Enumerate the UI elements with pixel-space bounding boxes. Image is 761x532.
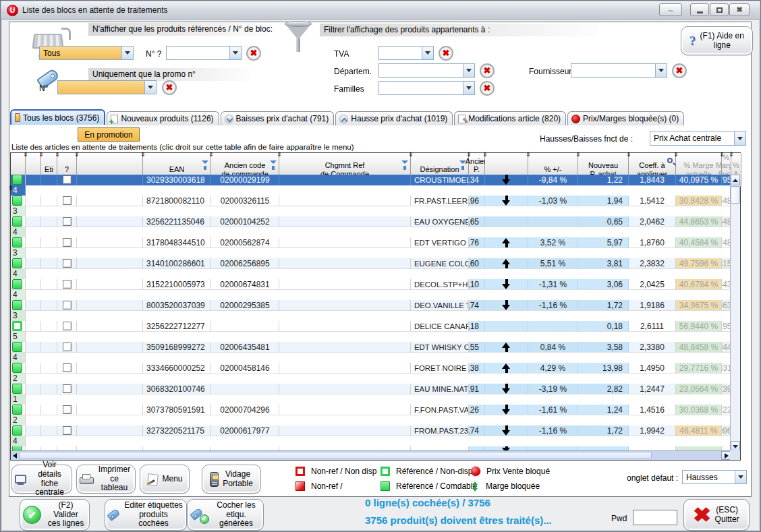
bloc-number-combo[interactable] (166, 46, 242, 60)
row-checkbox[interactable] (63, 238, 72, 247)
help-button[interactable]: ? (F1) Aide en ligne (681, 26, 753, 55)
row-checkbox[interactable] (63, 322, 72, 330)
vidage-portable-button[interactable]: Vidage Portable (202, 465, 261, 494)
table-header-row: Eti?EANAncien code de commandeChgmnt Ref… (11, 153, 741, 175)
promo-number-combo[interactable] (57, 80, 157, 94)
old-price-cell: 5,76 (469, 237, 485, 248)
familles-combo[interactable] (378, 81, 475, 95)
horizontal-scrollbar[interactable] (11, 450, 731, 460)
locked-tab-icon (571, 115, 580, 123)
tab-baisses-prix-d-achat-791[interactable]: Baisses prix d'achat (791) (221, 111, 335, 125)
indicator-cell (11, 216, 26, 227)
chevron-down-icon[interactable] (734, 131, 745, 145)
chevron-down-icon[interactable] (144, 81, 156, 94)
scroll-left-icon[interactable] (13, 453, 17, 459)
chevron-down-icon[interactable] (463, 82, 474, 94)
row-checkbox[interactable] (63, 384, 72, 393)
table-row[interactable]: 3068320100746EAU MINE.NAT.EVIAN 6X1,5L+2… (11, 384, 731, 405)
chevron-down-icon[interactable] (422, 47, 433, 59)
row-checkbox[interactable] (63, 301, 72, 309)
clear-bloc-filter-button[interactable]: ✖ (246, 46, 261, 61)
resize-window-button[interactable]: ⇔ (659, 3, 682, 16)
f2-valider-ces-lignes-button[interactable]: ✔(F2) Valider ces lignes (20, 499, 90, 531)
clear-promo-filter-button[interactable]: ✖ (162, 80, 177, 95)
table-row[interactable]: 302933000361802000029199CROUSTIMOELLEUX … (11, 175, 731, 196)
quit-button[interactable]: ✖ (ESC) Quitter (683, 499, 750, 531)
clear-departement-filter-button[interactable]: ✖ (480, 63, 495, 78)
legend-column: Référencé / Non-disp.Référencé / Comdabl… (380, 467, 477, 491)
tab-nouveaux-produits-1126[interactable]: Nouveaux produits (1126) (107, 111, 219, 125)
table-row[interactable]: 800352003703902000295385DEO.VANILLE TAHI… (11, 300, 731, 321)
trend-cell (485, 321, 528, 332)
tab-prix-marges-bloqu-e-s-0[interactable]: Prix/Marges bloquée(s) (0) (567, 111, 684, 125)
voir-d-tails-fiche-centrale-button[interactable]: Voir détails fiche centrale (11, 465, 72, 494)
coeff-cell: 2,0462 (629, 216, 676, 227)
row-checkbox[interactable] (63, 405, 72, 414)
tab-hausse-prix-d-achat-1019[interactable]: Hausse prix d'achat (1019) (335, 111, 453, 125)
referenced-combo[interactable]: Tous (39, 46, 134, 60)
table-row[interactable]: 307378059159102000704296F.FON.PAST.VACHE… (11, 405, 731, 425)
eti-cell (41, 216, 57, 227)
table-row[interactable]: 333466000025202000458146FORET NOIRE D28 … (11, 363, 731, 384)
trend-cell (485, 384, 528, 394)
filter-funnel-icon[interactable] (202, 160, 208, 164)
fournisseur-combo[interactable] (571, 63, 667, 78)
row-checkbox[interactable] (63, 426, 72, 435)
vertical-scroll-thumb[interactable] (731, 186, 740, 204)
availability-indicator (12, 342, 22, 352)
table-row[interactable]: 327322052117502000617977FROM.PAST.23% BI… (11, 425, 731, 446)
table-row[interactable]: 350916899927202006435481EDT WHISKY ORIGI… (11, 342, 731, 363)
designation-cell: CROUSTIMOELLEUX BRIOCHE 600G (411, 175, 469, 185)
trend-cell (485, 363, 528, 374)
minimize-button[interactable] (690, 3, 709, 16)
row-checkbox[interactable] (63, 280, 72, 289)
chevron-down-icon[interactable] (229, 47, 241, 59)
tab-modifications-article-820[interactable]: Modifications article (820) (454, 111, 566, 125)
pct-cell: 5,51 % (528, 258, 578, 269)
table-row[interactable]: 3256222712277DELICE CANARD/LEG. CHAT U 1… (11, 321, 731, 342)
row-checkbox[interactable] (63, 175, 72, 184)
row-checkbox[interactable] (63, 343, 72, 351)
maximize-button[interactable] (710, 3, 729, 16)
cocher-les-etiqu-g-n-r-es-button[interactable]: ✔Cocher les etiqu. générées (187, 499, 264, 531)
table-row[interactable]: 872180008211002000326115FR.PAST.LEERDAMM… (11, 196, 731, 216)
selection-margin-cell (26, 321, 41, 332)
chevron-down-icon[interactable] (735, 471, 746, 483)
pwd-input[interactable] (633, 510, 677, 525)
fnct-combo[interactable]: Prix Achat centrale (650, 131, 746, 146)
row-checkbox[interactable] (63, 196, 72, 205)
row-checkbox[interactable] (63, 259, 72, 268)
tab-tous-les-blocs-3756[interactable]: Tous les blocs (3756) (10, 109, 105, 125)
chevron-down-icon[interactable] (463, 64, 474, 77)
row-checkbox[interactable] (63, 363, 72, 372)
chevron-down-icon[interactable] (121, 47, 133, 59)
filter-funnel-icon[interactable] (270, 160, 277, 164)
designation-cell: FORET NOIRE D28 1,500KG (411, 363, 469, 374)
clear-familles-filter-button[interactable]: ✖ (480, 81, 495, 96)
default-tab-combo[interactable]: Hausses (682, 470, 747, 484)
menu-button[interactable]: Menu (140, 465, 190, 494)
departement-combo[interactable] (378, 63, 475, 78)
new-price-cell: 13,98 (578, 363, 629, 374)
chevron-down-icon[interactable] (655, 64, 667, 77)
close-button[interactable]: ✖ (729, 3, 750, 16)
availability-indicator (12, 237, 22, 247)
imprimer-ce-tableau-button[interactable]: Imprimer ce tableau (76, 465, 136, 494)
editer-tiquettes-produits-coch-es-button[interactable]: Editer étiquettes produits cochées (105, 499, 187, 531)
clear-fournisseur-filter-button[interactable]: ✖ (672, 63, 687, 78)
vertical-scrollbar[interactable] (730, 175, 740, 452)
table-row[interactable]: 314010028660102006256895EUGENE COLOR MOU… (11, 258, 731, 279)
table-row[interactable]: 317804834451002000562874EDT VERTIGO SCOR… (11, 237, 731, 258)
filter-funnel-icon[interactable] (401, 160, 408, 164)
clear-tva-filter-button[interactable]: ✖ (439, 46, 453, 61)
tva-combo[interactable] (378, 46, 434, 60)
old-code-cell: 02006435481 (211, 342, 279, 353)
table-row[interactable]: 325622113504602000104252EAU OXYGENEE U F… (11, 216, 731, 237)
horizontal-scroll-thumb[interactable] (19, 452, 652, 459)
scroll-up-icon[interactable] (731, 175, 740, 185)
trend-cell (485, 175, 528, 185)
table-row[interactable]: 315221000597302000674831DECOL.STP+HYGIEN… (11, 279, 731, 300)
en-promotion-button[interactable]: En promotion (78, 127, 140, 142)
selection-margin-cell (26, 425, 41, 436)
row-checkbox[interactable] (63, 217, 72, 226)
